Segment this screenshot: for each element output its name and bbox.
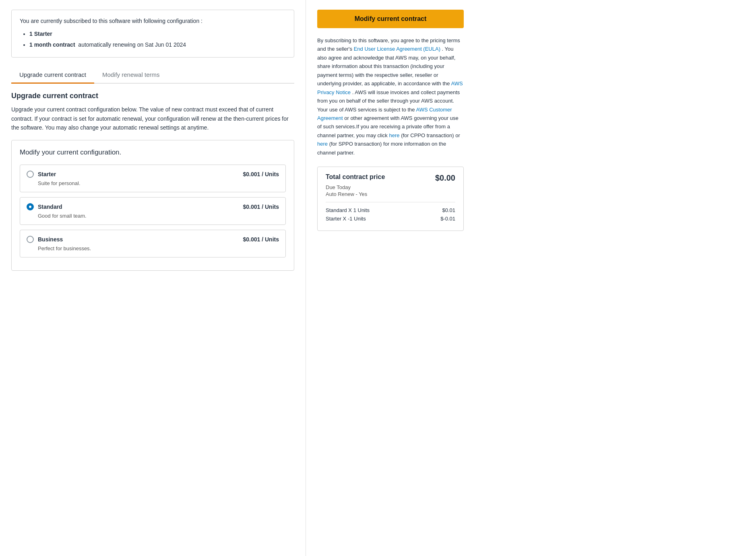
sppo-link[interactable]: here [317,141,328,147]
subscription-intro: You are currently subscribed to this sof… [20,16,286,25]
plan-option-standard[interactable]: Standard $0.001 / Units Good for small t… [20,197,286,225]
due-today-label: Due Today [326,184,455,190]
config-box: Modify your current configuration. Start… [11,140,294,271]
plan-starter-left: Starter [27,171,56,178]
auto-renew-label: Auto Renew - Yes [326,191,455,197]
plan-standard-left: Standard [27,203,62,210]
radio-standard[interactable] [27,203,34,210]
subscription-info-box: You are currently subscribed to this sof… [11,10,294,58]
left-panel: You are currently subscribed to this sof… [0,0,306,556]
legal-sppo-label: (for SPPO transaction) for more informat… [317,141,446,155]
upgrade-section-title: Upgrade current contract [11,92,294,100]
upgrade-section-desc: Upgrade your current contract configurat… [11,105,294,132]
line-item-standard-amount: $0.01 [442,207,455,213]
cppo-link[interactable]: here [389,132,399,138]
plan-starter-header: Starter $0.001 / Units [27,171,279,178]
subscription-item-contract: 1 month contract automatically renewing … [29,40,286,49]
modify-contract-button[interactable]: Modify current contract [317,10,464,28]
eula-link[interactable]: End User License Agreement (EULA) [354,46,440,52]
legal-cppo-label: (for CPPO transaction) or [401,132,460,138]
line-item-starter: Starter X -1 Units $-0.01 [326,216,455,222]
radio-starter[interactable] [27,171,34,178]
subscription-item-starter: 1 Starter [29,29,286,38]
plan-standard-price: $0.001 / Units [243,204,279,210]
config-box-title: Modify your current configuration. [20,148,286,157]
plan-business-name: Business [38,236,63,243]
legal-text: By subscribing to this software, you agr… [317,36,464,157]
right-panel: Modify current contract By subscribing t… [306,0,475,556]
tab-upgrade-contract[interactable]: Upgrade current contract [11,67,94,83]
plan-business-header: Business $0.001 / Units [27,236,279,243]
price-summary-box: Total contract price $0.00 Due Today Aut… [317,167,464,231]
plan-option-starter[interactable]: Starter $0.001 / Units Suite for persona… [20,165,286,192]
plan-business-price: $0.001 / Units [243,236,279,243]
price-divider [326,202,455,202]
plan-standard-name: Standard [38,204,62,210]
plan-option-business[interactable]: Business $0.001 / Units Perfect for busi… [20,230,286,257]
radio-business[interactable] [27,236,34,243]
plan-business-desc: Perfect for businesses. [38,245,279,251]
plan-standard-desc: Good for small team. [38,213,279,219]
plan-business-left: Business [27,236,63,243]
upgrade-section: Upgrade current contract Upgrade your cu… [11,92,294,271]
line-item-starter-label: Starter X -1 Units [326,216,366,222]
total-price-label: Total contract price [326,173,385,181]
legal-middle1: . You also agree and acknowledge that AW… [317,46,455,86]
total-price-amount: $0.00 [435,173,455,183]
line-item-standard-label: Standard X 1 Units [326,207,370,213]
total-price-row: Total contract price $0.00 [326,173,455,183]
tab-bar: Upgrade current contract Modify renewal … [11,67,294,84]
plan-starter-price: $0.001 / Units [243,171,279,177]
plan-starter-name: Starter [38,171,56,177]
subscription-items-list: 1 Starter 1 month contract automatically… [20,29,286,49]
line-item-standard: Standard X 1 Units $0.01 [326,207,455,213]
tab-modify-renewal[interactable]: Modify renewal terms [94,67,168,83]
price-meta: Due Today Auto Renew - Yes [326,184,455,197]
plan-starter-desc: Suite for personal. [38,180,279,186]
line-item-starter-amount: $-0.01 [440,216,455,222]
plan-standard-header: Standard $0.001 / Units [27,203,279,210]
